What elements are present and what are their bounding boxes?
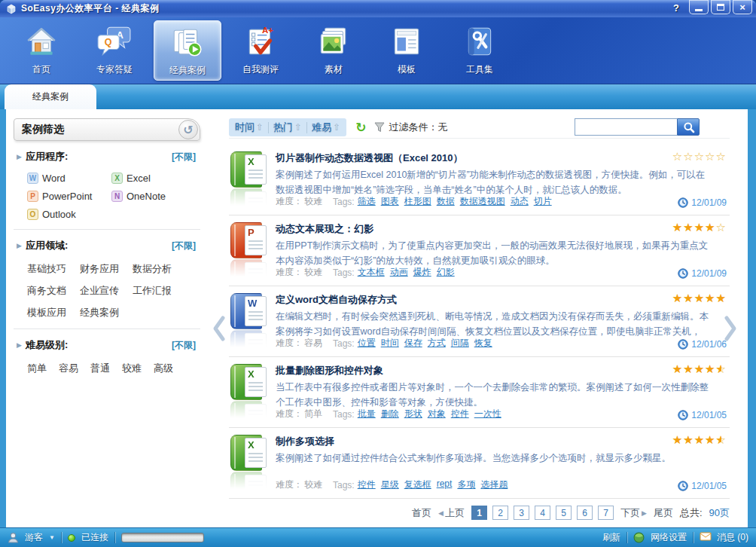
tag-link[interactable]: 多项 — [457, 478, 475, 491]
domain-filter-link[interactable]: 工作汇报 — [133, 284, 172, 298]
toolbar-item-tools[interactable]: 工具集 — [446, 20, 514, 81]
toolbar-item-templates[interactable]: 模板 — [373, 20, 440, 81]
app-filter-item[interactable]: N OneNote — [111, 191, 196, 202]
page-number-button[interactable]: 3 — [514, 506, 529, 520]
network-settings-link[interactable]: 网络设置 — [651, 531, 687, 544]
tag-link[interactable]: 时间 — [381, 337, 399, 350]
sort-option[interactable]: 热门 ⇧ — [269, 120, 306, 135]
tag-link[interactable]: 保存 — [404, 337, 422, 350]
tag-link[interactable]: 数据 — [437, 195, 455, 208]
domain-filter-link[interactable]: 数据分析 — [133, 262, 172, 276]
tag-link[interactable]: 间隔 — [451, 337, 469, 350]
tag-link[interactable]: 位置 — [358, 337, 376, 350]
tag-link[interactable]: 复选框 — [404, 478, 431, 491]
tag-link[interactable]: 控件 — [358, 478, 376, 491]
case-row[interactable]: P 动态文本展现之：幻影 ☆☆☆☆☆★★★★★ 在用PPT制作演示文稿时，为了使… — [229, 215, 730, 286]
page-first-link[interactable]: 首页 — [412, 506, 431, 520]
tag-link[interactable]: 幻影 — [437, 266, 455, 279]
sort-option[interactable]: 难易 ⇧ — [307, 120, 345, 135]
tag-link[interactable]: 恢复 — [474, 337, 492, 350]
tag-link[interactable]: 动画 — [390, 266, 408, 279]
page-prev-link[interactable]: ◀上页 — [438, 506, 465, 520]
app-filter-item[interactable]: W Word — [27, 173, 111, 184]
app-filter-item[interactable]: X Excel — [111, 173, 196, 184]
close-button[interactable]: × — [733, 0, 752, 14]
app-filter-item[interactable]: P PowerPoint — [27, 191, 111, 202]
tag-link[interactable]: 筛选 — [358, 195, 376, 208]
level-unlimited-link[interactable]: [不限] — [172, 339, 196, 352]
app-unlimited-link[interactable]: [不限] — [172, 151, 196, 163]
rating-stars: ☆☆☆☆☆★★★★★ — [672, 363, 727, 374]
tag-link[interactable]: rept — [437, 478, 453, 491]
title-bar[interactable]: SoEasy办公效率平台 - 经典案例 ? × — [0, 0, 756, 17]
user-dropdown-icon[interactable]: ▼ — [49, 534, 55, 541]
page-number-button[interactable]: 2 — [492, 506, 508, 520]
tag-link[interactable]: 星级 — [381, 478, 399, 491]
tag-link[interactable]: 对象 — [428, 408, 446, 420]
case-title[interactable]: 制作多项选择 — [276, 435, 334, 448]
page-last-link[interactable]: 尾页 — [654, 506, 673, 520]
help-icon[interactable]: ? — [673, 2, 679, 14]
tag-link[interactable]: 数据透视图 — [460, 195, 505, 208]
tag-link[interactable]: 动态 — [511, 195, 529, 208]
case-row[interactable]: X 批量删除图形和控件对象 ☆☆☆☆☆★★★★★ 当工作表中有很多控件或者图片等… — [229, 357, 730, 428]
case-title[interactable]: 切片器制作动态数据透视图（Excel 2010） — [276, 151, 463, 165]
toolbar-item-home[interactable]: 首页 — [8, 20, 75, 81]
prev-page-chevron[interactable] — [211, 314, 227, 346]
domain-filter-link[interactable]: 企业宣传 — [80, 284, 119, 298]
level-filter-link[interactable]: 普通 — [90, 362, 110, 375]
toolbar-item-cases[interactable]: 经典案例 — [154, 20, 221, 81]
page-number-button[interactable]: 6 — [577, 506, 593, 520]
case-row[interactable]: X 切片器制作动态数据透视图（Excel 2010） ☆☆☆☆☆★★★★★ 案例… — [229, 145, 730, 215]
search-input[interactable] — [575, 118, 677, 136]
tag-link[interactable]: 切片 — [534, 195, 552, 208]
next-page-chevron[interactable] — [722, 314, 739, 346]
page-number-button[interactable]: 7 — [598, 506, 614, 520]
tag-link[interactable]: 删除 — [381, 408, 399, 420]
page-number-button[interactable]: 1 — [471, 506, 487, 520]
domain-filter-link[interactable]: 商务文档 — [27, 284, 66, 298]
page-number-button[interactable]: 5 — [556, 506, 572, 520]
case-title[interactable]: 定义word文档自动保存方式 — [276, 293, 397, 307]
search-button[interactable] — [677, 118, 700, 136]
tag-link[interactable]: 一次性 — [474, 408, 501, 420]
toolbar-item-materials[interactable]: 素材 — [300, 20, 367, 81]
page-next-link[interactable]: 下页▶ — [620, 506, 647, 520]
tag-link[interactable]: 形状 — [404, 408, 422, 420]
refresh-link[interactable]: 刷新 — [602, 531, 620, 544]
domain-unlimited-link[interactable]: [不限] — [172, 240, 196, 252]
reset-filter-button[interactable]: ↺ — [178, 120, 198, 139]
domain-filter-link[interactable]: 基础技巧 — [27, 262, 66, 276]
user-label[interactable]: 游客 — [25, 531, 43, 544]
tag-link[interactable]: 图表 — [381, 195, 399, 208]
domain-filter-link[interactable]: 经典案例 — [80, 306, 119, 319]
toolbar-item-assessment[interactable]: A+ 自我测评 — [227, 20, 294, 81]
case-row[interactable]: X 制作多项选择 ☆☆☆☆☆★★★★★ 案例阐述了如何通过控件结合公式来制作多项… — [229, 428, 730, 499]
tag-link[interactable]: 控件 — [451, 408, 469, 420]
tag-link[interactable]: 批量 — [358, 408, 376, 420]
minimize-button[interactable] — [689, 0, 709, 14]
level-filter-link[interactable]: 简单 — [27, 362, 47, 375]
sort-option[interactable]: 时间 ⇧ — [230, 120, 268, 135]
maximize-button[interactable] — [711, 0, 730, 14]
level-filter-link[interactable]: 容易 — [59, 362, 78, 375]
tag-link[interactable]: 文本框 — [358, 266, 385, 279]
tag-link[interactable]: 选择题 — [480, 478, 508, 491]
tag-link[interactable]: 方式 — [428, 337, 446, 350]
toolbar-item-qa[interactable]: AQ 专家答疑 — [81, 20, 148, 81]
level-filter-link[interactable]: 高级 — [154, 362, 173, 375]
tag-link[interactable]: 爆炸 — [413, 266, 431, 279]
messages-link[interactable]: 消息 (0) — [717, 531, 748, 544]
app-filter-item[interactable]: O Outlook — [27, 209, 111, 220]
domain-filter-link[interactable]: 财务应用 — [80, 262, 119, 276]
tab-classic-cases[interactable]: 经典案例 — [5, 84, 96, 109]
tag-link[interactable]: 柱形图 — [404, 195, 431, 208]
refresh-icon[interactable]: ↻ — [355, 121, 366, 134]
domain-filter-link[interactable]: 模板应用 — [27, 306, 66, 319]
case-title[interactable]: 批量删除图形和控件对象 — [276, 364, 383, 377]
level-filter-link[interactable]: 较难 — [122, 362, 142, 375]
case-row[interactable]: W 定义word文档自动保存方式 ☆☆☆☆☆★★★★★ 在编辑文档时，有时候会突… — [229, 286, 730, 357]
page-number-button[interactable]: 4 — [535, 506, 550, 520]
case-title[interactable]: 动态文本展现之：幻影 — [276, 222, 373, 236]
difficulty-value: 较难 — [304, 195, 322, 208]
